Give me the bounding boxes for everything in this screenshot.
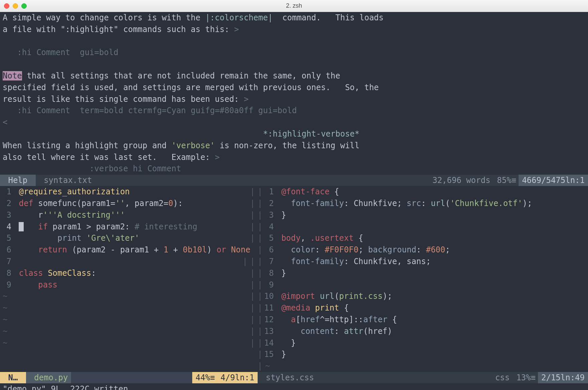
split-separator-icon[interactable]: | (258, 210, 262, 220)
code-token: if (38, 222, 48, 231)
split-separator-icon[interactable]: | (258, 187, 262, 196)
help-line: :verbose hi Comment (0, 163, 588, 175)
split-separator-icon[interactable]: | (258, 245, 262, 254)
code-token: ; (358, 245, 368, 254)
css-line[interactable]: | 9 (258, 279, 588, 291)
line-number: 15 (262, 349, 276, 360)
python-code[interactable]: 1 @requires_authorization| 2 def somefun… (0, 186, 258, 290)
python-line[interactable]: 7 | (0, 256, 258, 267)
help-line: Note that all settings that are not incl… (0, 70, 588, 82)
split-separator-icon[interactable]: | (258, 361, 262, 371)
help-line: :hi Comment term=bold ctermfg=Cyan guifg… (0, 105, 588, 117)
split-separator-icon[interactable]: | (258, 303, 262, 313)
code-token: { (354, 233, 363, 243)
fold-column-icon: | (250, 337, 258, 349)
code-token: background (368, 245, 416, 254)
code-token (310, 303, 315, 313)
code-token (281, 245, 291, 254)
css-line[interactable]: |11 @media print { (258, 302, 588, 314)
css-line[interactable]: | 3 } (258, 209, 588, 221)
python-line[interactable]: 2 def somefunc(param1='', param2=0):| (0, 198, 258, 209)
python-line[interactable]: 1 @requires_authorization| (0, 186, 258, 198)
terminal-area[interactable]: A simple way to change colors is with th… (0, 12, 588, 390)
help-pane[interactable]: A simple way to change colors is with th… (0, 12, 588, 175)
split-separator-icon[interactable]: | (258, 199, 262, 208)
fold-column-icon: | (250, 198, 258, 209)
css-line[interactable]: | 8 } (258, 267, 588, 279)
css-line[interactable]: | 2 font-family: Chunkfive; src: url('Ch… (258, 198, 588, 209)
line-number: 4 (0, 221, 14, 233)
code-token: (param2 (67, 245, 110, 254)
line-number: 2 (0, 198, 14, 209)
line-number: 6 (0, 244, 14, 256)
code-token: font-family (291, 199, 344, 208)
split-separator-icon[interactable]: | (258, 280, 262, 289)
code-token (226, 245, 231, 254)
window-titlebar: 2. zsh (0, 0, 588, 12)
python-line[interactable]: 9 pass| (0, 279, 258, 291)
python-line[interactable]: 6 return (param2 - param1 + 1 + 0b10l) o… (0, 244, 258, 256)
code-token (19, 245, 38, 254)
css-line[interactable]: | 6 color: #F0F0F0; background: #600; (258, 244, 588, 256)
command-line[interactable]: "demo.py" 9L, 222C written (0, 383, 588, 390)
code-token: attr (344, 327, 363, 336)
tilde-icon: ~ (0, 338, 7, 348)
python-line[interactable]: 4 if param1 > param2: # interesting| (0, 221, 258, 233)
help-line: :hi Comment gui=bold (0, 47, 588, 58)
code-token: r (19, 210, 43, 220)
css-line[interactable]: |12 a[href^=http]::after { (258, 314, 588, 326)
help-line: specified field is used, and settings ar… (0, 82, 588, 93)
split-separator-icon[interactable]: | (258, 268, 262, 278)
code-token: '' (115, 199, 125, 208)
split-separator-icon[interactable]: | (258, 350, 262, 359)
line-number: 7 (0, 256, 14, 267)
code-token: : (421, 199, 431, 208)
css-line[interactable]: | 4 (258, 221, 588, 233)
css-code[interactable]: | 1 @font-face {| 2 font-family: Chunkfi… (258, 186, 588, 360)
split-separator-icon[interactable]: | (258, 338, 262, 348)
css-line[interactable]: |13 content: attr(href) (258, 326, 588, 337)
code-token: : (416, 245, 426, 254)
code-token: ); (522, 199, 532, 208)
code-token: ) (207, 245, 217, 254)
note-badge: Note (3, 71, 22, 80)
split-separator-icon[interactable]: | (258, 222, 262, 231)
code-token: src (407, 199, 421, 208)
split-separator-icon[interactable]: | (258, 327, 262, 336)
fold-column-icon: | (250, 302, 258, 314)
python-line[interactable]: 8 class SomeClass:| (0, 267, 258, 279)
split-separator-icon[interactable]: | (258, 291, 262, 301)
tilde-icon: ~ (0, 303, 7, 313)
css-line[interactable]: |10 @import url(print.css); (258, 290, 588, 302)
fold-column-icon: | (250, 186, 258, 198)
code-token: @import (281, 291, 315, 301)
split-separator-icon[interactable]: | (258, 233, 262, 243)
css-line[interactable]: | 5 body, .usertext { (258, 232, 588, 244)
empty-line: |~ (258, 360, 588, 372)
code-token: content (301, 327, 334, 336)
code-token: print (315, 303, 339, 313)
tilde-icon: ~ (262, 361, 270, 371)
code-token (315, 291, 320, 301)
line-number: 11 (262, 302, 276, 314)
help-wordcount: 32,696 words (429, 175, 494, 186)
code-token: } (281, 350, 286, 359)
code-token: : Chunkfive, sans; (344, 257, 431, 266)
left-statusbar: N… demo.py 44% ≡ 4/9 ln : 1 (0, 372, 258, 383)
css-line[interactable]: | 1 @font-face { (258, 186, 588, 198)
code-token: + (173, 245, 178, 254)
code-token: href (368, 327, 387, 336)
right-pane[interactable]: | 1 @font-face {| 2 font-family: Chunkfi… (258, 186, 588, 372)
left-pane[interactable]: 1 @requires_authorization| 2 def somefun… (0, 186, 258, 372)
split-separator-icon[interactable]: | (258, 315, 262, 324)
code-token: param1 (48, 222, 86, 231)
code-token: - (110, 245, 115, 254)
python-line[interactable]: 3 r'''A docstring'''| (0, 209, 258, 221)
python-line[interactable]: 5 print 'Gre\'ater'| (0, 232, 258, 244)
split-separator-icon[interactable]: | (258, 257, 262, 266)
css-line[interactable]: |14 } (258, 337, 588, 349)
left-percent: 44% ≡ (192, 372, 217, 383)
code-token: : Chunkfive; (344, 199, 407, 208)
css-line[interactable]: | 7 font-family: Chunkfive, sans; (258, 256, 588, 267)
css-line[interactable]: |15 } (258, 349, 588, 360)
